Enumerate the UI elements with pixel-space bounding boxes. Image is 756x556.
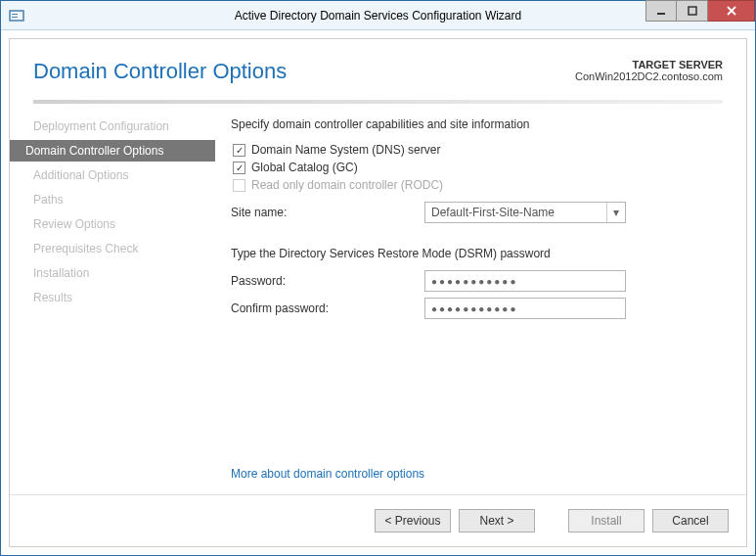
sidebar-item-installation[interactable]: Installation (10, 262, 215, 284)
checkbox-checked-icon: ✓ (233, 162, 245, 174)
svg-rect-0 (10, 11, 23, 21)
dsrm-heading: Type the Directory Services Restore Mode… (231, 247, 717, 260)
capabilities-heading: Specify domain controller capabilities a… (231, 117, 717, 131)
sidebar: Deployment Configuration Domain Controll… (10, 114, 215, 494)
svg-rect-1 (12, 14, 18, 15)
rodc-checkbox-row: Read only domain controller (RODC) (233, 178, 717, 192)
wizard-window: Active Directory Domain Services Configu… (0, 0, 756, 556)
rodc-label: Read only domain controller (RODC) (251, 178, 443, 192)
page-title: Domain Controller Options (33, 59, 287, 84)
password-field[interactable]: ●●●●●●●●●●● (424, 270, 626, 292)
target-server-value: ConWin2012DC2.contoso.com (575, 70, 723, 82)
gc-label: Global Catalog (GC) (251, 161, 358, 174)
dns-label: Domain Name System (DNS) server (251, 143, 440, 157)
window-controls (645, 1, 755, 29)
site-name-value: Default-First-Site-Name (431, 206, 555, 219)
password-row: Password: ●●●●●●●●●●● (231, 270, 717, 292)
confirm-password-field[interactable]: ●●●●●●●●●●● (424, 298, 626, 319)
more-about-link[interactable]: More about domain controller options (231, 467, 424, 481)
dns-checkbox-row[interactable]: ✓ Domain Name System (DNS) server (233, 143, 717, 157)
wizard-footer: < Previous Next > Install Cancel (10, 494, 746, 546)
sidebar-item-domain-controller-options[interactable]: Domain Controller Options (10, 140, 215, 162)
svg-rect-4 (689, 7, 696, 15)
install-button: Install (568, 509, 645, 533)
site-name-row: Site name: Default-First-Site-Name ▾ (231, 202, 717, 223)
confirm-password-row: Confirm password: ●●●●●●●●●●● (231, 298, 717, 319)
target-server-block: TARGET SERVER ConWin2012DC2.contoso.com (575, 59, 723, 82)
svg-rect-2 (12, 17, 18, 18)
gc-checkbox-row[interactable]: ✓ Global Catalog (GC) (233, 161, 717, 174)
maximize-button[interactable] (677, 0, 708, 22)
sidebar-item-additional-options[interactable]: Additional Options (10, 164, 215, 186)
site-name-label: Site name: (231, 206, 424, 219)
close-button[interactable] (708, 0, 755, 22)
svg-rect-3 (657, 13, 665, 15)
password-label: Password: (231, 274, 424, 288)
checkbox-unchecked-icon (233, 179, 245, 192)
wizard-header: Domain Controller Options TARGET SERVER … (10, 39, 746, 94)
target-server-label: TARGET SERVER (633, 59, 724, 70)
sidebar-item-results[interactable]: Results (10, 287, 215, 308)
wizard-inner: Domain Controller Options TARGET SERVER … (9, 38, 747, 547)
confirm-password-label: Confirm password: (231, 301, 424, 315)
app-icon (9, 8, 24, 23)
sidebar-item-deployment-configuration[interactable]: Deployment Configuration (10, 116, 215, 137)
cancel-button[interactable]: Cancel (652, 509, 729, 533)
main-panel: Specify domain controller capabilities a… (215, 114, 746, 494)
previous-button[interactable]: < Previous (375, 509, 451, 533)
chevron-down-icon: ▾ (606, 203, 624, 222)
sidebar-item-review-options[interactable]: Review Options (10, 213, 215, 235)
minimize-button[interactable] (645, 0, 677, 22)
titlebar[interactable]: Active Directory Domain Services Configu… (1, 1, 755, 30)
wizard-body: Deployment Configuration Domain Controll… (10, 104, 746, 494)
next-button[interactable]: Next > (459, 509, 535, 533)
sidebar-item-paths[interactable]: Paths (10, 189, 215, 210)
site-name-select[interactable]: Default-First-Site-Name ▾ (424, 202, 626, 223)
sidebar-item-prerequisites-check[interactable]: Prerequisites Check (10, 238, 215, 259)
window-title: Active Directory Domain Services Configu… (1, 9, 755, 23)
checkbox-checked-icon: ✓ (233, 144, 245, 157)
